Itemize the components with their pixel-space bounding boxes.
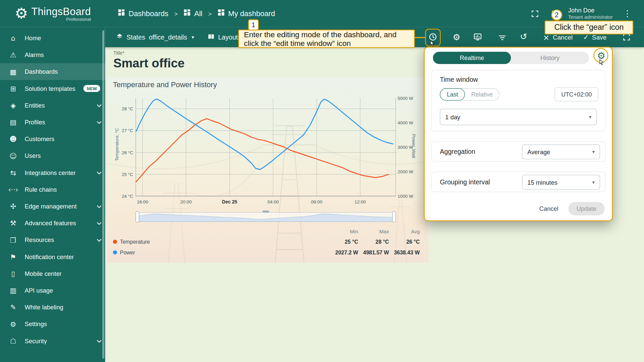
cursor-icon [598,59,605,66]
time-window-group: Time window Last Relative UTC+02:00 1 da… [431,70,605,131]
dashboard-title-input[interactable]: Smart office [113,56,184,70]
sidebar-item-entities[interactable]: ◈Entities [0,97,105,114]
breadcrumb-label: My dashboard [228,9,275,18]
advanced-icon: ⚒ [8,219,18,227]
interval-value: 1 day [445,114,460,121]
toggle-relative[interactable]: Relative [465,88,499,100]
solution-templates-icon: ⊞ [8,84,18,93]
sidebar-item-label: Users [24,152,41,159]
thingsboard-logo-icon: ⚙ [15,6,28,21]
sidebar-item-integrations-center[interactable]: ⇆Integrations center [0,164,105,181]
interval-select[interactable]: 1 day ▾ [440,109,597,125]
chevron-down-icon [97,119,102,124]
chart-widget[interactable]: Temperature and Power History Temperatur… [107,77,428,262]
slider-right-handle[interactable] [392,212,396,223]
sidebar-item-label: Mobile center [24,270,61,277]
sidebar-item-users[interactable]: ☺Users [0,147,105,164]
step-2-callout: Click the “gear” icon [545,20,633,35]
sidebar-item-customers[interactable]: ☻Customers [0,130,105,147]
customers-icon: ☻ [8,135,18,143]
integrations-icon: ⇆ [8,169,18,177]
tab-history[interactable]: History [511,52,589,64]
slider-grip[interactable] [262,210,269,213]
sidebar-item-security[interactable]: ☖Security [0,333,105,349]
chevron-down-icon [97,338,102,343]
rule-chains-icon: ‹··› [8,185,18,193]
chevron-down-icon: ▾ [589,114,591,120]
sidebar-item-advanced-features[interactable]: ⚒Advanced features [0,215,105,231]
new-badge: NEW [84,85,100,92]
breadcrumb-label: Dashboards [128,9,168,18]
sidebar-item-label: Rule chains [24,186,57,193]
entity-aliases-icon[interactable] [473,33,482,42]
dashboard-grid-icon [118,9,125,18]
cancel-label: Cancel [553,34,573,41]
sidebar-item-profiles[interactable]: ▤Profiles [0,114,105,130]
sidebar-item-label: API usage [24,287,53,294]
sidebar-item-solution-templates[interactable]: ⊞Solution templatesNEW [0,80,105,97]
resources-icon: ❒ [8,236,18,244]
filters-icon[interactable] [498,33,507,42]
sidebar-item-resources[interactable]: ❒Resources [0,232,105,248]
breadcrumb-separator: > [208,10,212,17]
layouts-icon [208,33,215,41]
chevron-down-icon [97,102,102,107]
time-window-label: Time window [440,76,478,83]
app-name: ThingsBoard [31,6,91,18]
sidebar-item-dashboards[interactable]: ▦Dashboards [0,63,105,80]
slider-left-handle[interactable] [136,212,139,223]
sidebar-item-label: Notification center [24,253,74,260]
dashboards-icon: ▦ [8,67,18,75]
slider-preview-area [136,212,396,223]
states-value: office_details [149,34,187,41]
sidebar-item-rule-chains[interactable]: ‹··›Rule chains [0,181,105,198]
legend-value: 26 °C [391,239,420,245]
legend-header: Avg [391,229,420,234]
alarms-icon: ⚠ [8,51,18,59]
app: ⚙ ThingsBoard Professional Dashboards> A… [0,0,644,362]
layouts-button[interactable]: Layouts [208,27,241,47]
sidebar-item-alarms[interactable]: ⚠Alarms [0,46,105,63]
sidebar-item-edge-management[interactable]: ✣Edge management [0,198,105,215]
mobile-icon: ▯ [8,269,18,278]
sidebar-item-label: Profiles [24,119,45,126]
fullscreen-icon[interactable] [531,9,539,18]
chevron-down-icon [97,220,102,225]
breadcrumb-item-all[interactable]: All [183,9,202,18]
legend-value: 3638.43 W [391,249,420,255]
sidebar-item-home[interactable]: ⌂Home [0,29,105,46]
sidebar-item-white-labeling[interactable]: ✎White labeling [0,299,105,315]
sidebar-item-settings[interactable]: ⚙Settings [0,316,105,333]
more-menu-icon[interactable]: ⋮ [623,9,632,18]
power-legend-dot [113,250,117,254]
legend-header: Max [360,229,389,234]
sidebar-item-label: Customers [24,135,54,142]
sidebar-item-api-usage[interactable]: ▥API usage [0,282,105,299]
aggregation-select[interactable]: Average ▾ [522,144,600,159]
sidebar-scrollbar[interactable] [102,31,104,359]
tab-realtime[interactable]: Realtime [433,52,511,64]
timewindow-tabs: Realtime History [433,52,589,64]
sidebar-item-mobile-center[interactable]: ▯Mobile center [0,265,105,282]
timeseries-chart[interactable] [136,98,396,197]
timezone-button[interactable]: UTC+02:00 [555,87,598,102]
popup-cancel-button[interactable]: Cancel [539,205,558,212]
version-history-icon[interactable]: ↺ [520,32,527,41]
step-1-badge: 1 [248,19,259,31]
grouping-interval-select[interactable]: 15 minutes ▾ [522,175,600,190]
time-range-slider[interactable] [136,212,396,223]
api-icon: ▥ [8,286,18,294]
aggregation-group: Aggregation Average ▾ [431,141,605,162]
user-menu[interactable]: John Doe Tenant administrator [568,7,613,20]
states-select[interactable]: States office_details ▾ [116,27,194,47]
popup-update-button[interactable]: Update [568,202,604,215]
thingsboard-logo[interactable]: ⚙ ThingsBoard Professional [0,6,105,22]
dashboard-settings-gear-icon[interactable]: ⚙ [452,33,460,42]
toggle-last[interactable]: Last [440,88,465,101]
sidebar-item-label: Integrations center [24,169,75,176]
sidebar-item-notification-center[interactable]: ⚑Notification center [0,248,105,265]
breadcrumb-item-my-dashboard[interactable]: My dashboard [218,9,275,18]
breadcrumb-label: All [194,9,203,18]
breadcrumb-item-dashboards[interactable]: Dashboards [118,9,168,18]
sidebar-item-label: Resources [24,236,54,243]
